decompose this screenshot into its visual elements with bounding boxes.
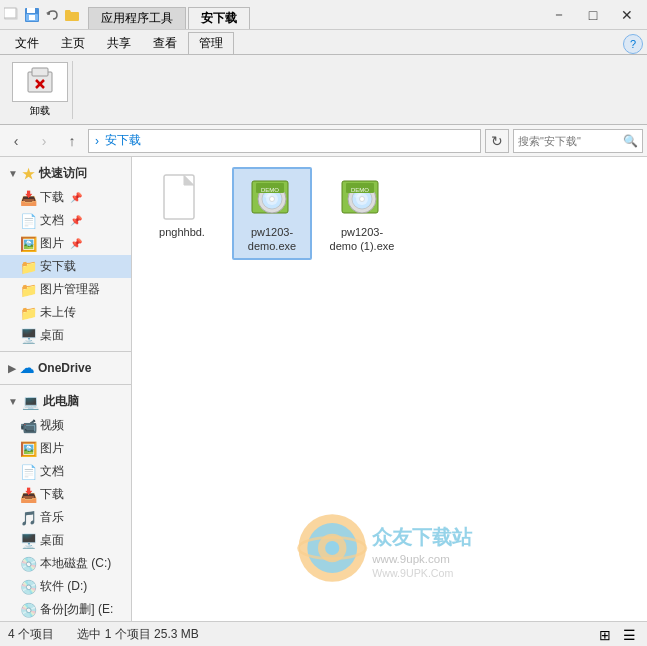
- quick-access-header[interactable]: ▼ ★ 快速访问: [0, 161, 131, 186]
- onedrive-header[interactable]: ▶ ☁ OneDrive: [0, 356, 131, 380]
- sidebar-item-documents[interactable]: 📄 文档 📌: [0, 209, 131, 232]
- pin-icon-2: 📌: [70, 215, 82, 226]
- up-button[interactable]: ↑: [60, 129, 84, 153]
- documents-icon: 📄: [20, 213, 36, 229]
- svg-rect-3: [27, 8, 35, 13]
- tab-home[interactable]: 主页: [50, 32, 96, 54]
- svg-text:DEMO: DEMO: [351, 187, 369, 193]
- view-grid-button[interactable]: ⊞: [595, 625, 615, 645]
- sidebar-item-drive-c[interactable]: 💿 本地磁盘 (C:): [0, 552, 131, 575]
- sidebar-section-thispc: ▼ 💻 此电脑 📹 视频 🖼️ 图片 📄 文档 📥 下载 🎵: [0, 389, 131, 621]
- drive-d-icon: 💿: [20, 579, 36, 595]
- sidebar-item-desktop-quick[interactable]: 🖥️ 桌面: [0, 324, 131, 347]
- search-icon[interactable]: 🔍: [623, 134, 638, 148]
- sidebar-item-pictures2[interactable]: 🖼️ 图片: [0, 437, 131, 460]
- onedrive-icon: ☁: [20, 360, 34, 376]
- onedrive-chevron: ▶: [8, 363, 16, 374]
- drive-e-icon: 💿: [20, 602, 36, 618]
- minimize-button[interactable]: －: [543, 4, 575, 26]
- picmanager-icon: 📁: [20, 282, 36, 298]
- watermark: 众友下载站 www.9upk.com Www.9UPK.Com: [290, 508, 490, 591]
- status-bar: 4 个项目 选中 1 个项目 25.3 MB ⊞ ☰: [0, 621, 647, 646]
- page-file-icon: [158, 173, 206, 221]
- cd-file-icon-2: DEMO: [338, 173, 386, 221]
- svg-text:Www.9UPK.Com: Www.9UPK.Com: [372, 567, 453, 579]
- forward-button[interactable]: ›: [32, 129, 56, 153]
- svg-rect-1: [4, 8, 16, 18]
- tab-view[interactable]: 查看: [142, 32, 188, 54]
- svg-text:DEMO: DEMO: [261, 187, 279, 193]
- maximize-button[interactable]: □: [577, 4, 609, 26]
- back-button[interactable]: ‹: [4, 129, 28, 153]
- thispc-header[interactable]: ▼ 💻 此电脑: [0, 389, 131, 414]
- sidebar-item-documents2[interactable]: 📄 文档: [0, 460, 131, 483]
- tab-share[interactable]: 共享: [96, 32, 142, 54]
- sidebar-section-onedrive: ▶ ☁ OneDrive: [0, 356, 131, 380]
- cd-file-icon-1: DEMO: [248, 173, 296, 221]
- tab-download[interactable]: 安下载: [188, 7, 250, 29]
- close-button[interactable]: ✕: [611, 4, 643, 26]
- file-item-pw1203[interactable]: DEMO pw1203-demo.exe: [232, 167, 312, 260]
- sidebar-item-pictures[interactable]: 🖼️ 图片 📌: [0, 232, 131, 255]
- file-name-pw1203: pw1203-demo.exe: [238, 225, 306, 254]
- file-item-pnghhbd[interactable]: pnghhbd.: [142, 167, 222, 260]
- sidebar-item-unuploaded[interactable]: 📁 未上传: [0, 301, 131, 324]
- sidebar-item-downloads[interactable]: 📥 下载 📌: [0, 186, 131, 209]
- search-box[interactable]: 🔍: [513, 129, 643, 153]
- svg-rect-5: [29, 15, 35, 20]
- pin-icon-3: 📌: [70, 238, 82, 249]
- sidebar-item-picmanager[interactable]: 📁 图片管理器: [0, 278, 131, 301]
- svg-text:众友下载站: 众友下载站: [371, 526, 473, 548]
- address-path[interactable]: › 安下载: [88, 129, 481, 153]
- tab-file[interactable]: 文件: [4, 32, 50, 54]
- pictures-icon: 🖼️: [20, 236, 36, 252]
- title-bar: 应用程序工具 安下载 － □ ✕: [0, 0, 647, 30]
- ribbon-content: 卸载: [0, 54, 647, 124]
- thispc-chevron: ▼: [8, 396, 18, 407]
- download-folder-icon: 📥: [20, 190, 36, 206]
- tab-app-tools[interactable]: 应用程序工具: [88, 7, 186, 29]
- svg-point-13: [318, 534, 346, 562]
- address-bar: ‹ › ↑ › 安下载 ↻ 🔍: [0, 125, 647, 157]
- breadcrumb-arrow: ›: [95, 134, 99, 148]
- search-input[interactable]: [518, 135, 623, 147]
- tab-manage[interactable]: 管理: [188, 32, 234, 54]
- sidebar-item-anzaixia[interactable]: 📁 安下载: [0, 255, 131, 278]
- desktop2-icon: 🖥️: [20, 533, 36, 549]
- sidebar-item-drive-d[interactable]: 💿 软件 (D:): [0, 575, 131, 598]
- sidebar-item-videos[interactable]: 📹 视频: [0, 414, 131, 437]
- window-controls: － □ ✕: [543, 4, 643, 26]
- file-name-pnghhbd: pnghhbd.: [159, 225, 205, 239]
- documents2-icon: 📄: [20, 464, 36, 480]
- ribbon: 文件 主页 共享 查看 管理 ?: [0, 30, 647, 125]
- status-items-count: 4 个项目 选中 1 个项目 25.3 MB: [8, 626, 595, 643]
- save-icon: [24, 7, 40, 23]
- title-tabs: 应用程序工具 安下载: [88, 0, 543, 29]
- svg-rect-8: [32, 68, 48, 76]
- view-list-button[interactable]: ☰: [619, 625, 639, 645]
- drive-c-icon: 💿: [20, 556, 36, 572]
- pin-icon: 📌: [70, 192, 82, 203]
- uninstall-btn[interactable]: [12, 62, 68, 102]
- svg-point-24: [270, 197, 275, 202]
- sidebar-section-quick-access: ▼ ★ 快速访问 📥 下载 📌 📄 文档 📌 🖼️ 图片 📌: [0, 161, 131, 347]
- divider-2: [0, 384, 131, 385]
- sidebar-item-downloads2[interactable]: 📥 下载: [0, 483, 131, 506]
- svg-point-32: [360, 197, 365, 202]
- uninstall-label: 卸载: [30, 104, 50, 118]
- refresh-button[interactable]: ↻: [485, 129, 509, 153]
- svg-point-15: [298, 537, 366, 558]
- sidebar-item-desktop2[interactable]: 🖥️ 桌面: [0, 529, 131, 552]
- main-layout: ▼ ★ 快速访问 📥 下载 📌 📄 文档 📌 🖼️ 图片 📌: [0, 157, 647, 621]
- file-area[interactable]: 众友下载站 www.9upk.com Www.9UPK.Com pnghhbd.: [132, 157, 647, 621]
- svg-point-14: [325, 541, 339, 555]
- breadcrumb-folder: 安下载: [105, 132, 141, 149]
- svg-text:www.9upk.com: www.9upk.com: [371, 553, 450, 565]
- chevron-icon: ▼: [8, 168, 18, 179]
- sidebar-item-drive-e[interactable]: 💿 备份[勿删] (E:: [0, 598, 131, 621]
- desktop-quick-icon: 🖥️: [20, 328, 36, 344]
- help-button[interactable]: ?: [623, 34, 643, 54]
- file-item-pw1203-copy[interactable]: DEMO pw1203-demo (1).exe: [322, 167, 402, 260]
- ribbon-tabs: 文件 主页 共享 查看 管理 ?: [0, 30, 647, 54]
- sidebar-item-music[interactable]: 🎵 音乐: [0, 506, 131, 529]
